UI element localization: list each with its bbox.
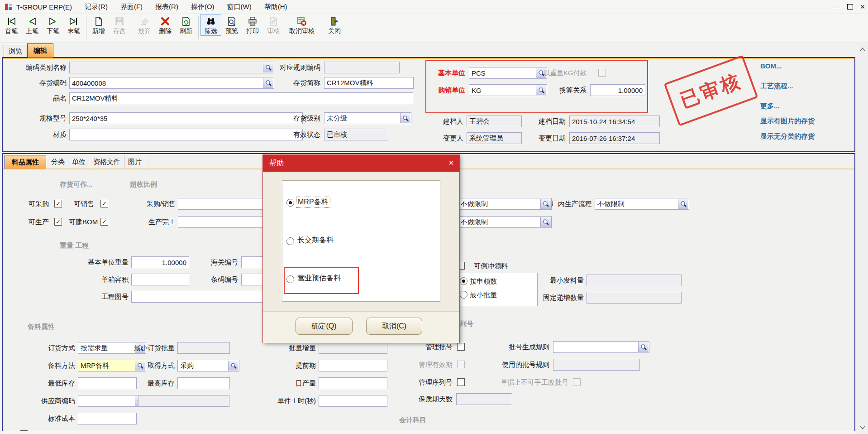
link-more[interactable]: 更多... xyxy=(760,102,780,111)
used-lot-rule-label: 使用的批号规则 xyxy=(493,359,549,371)
vertical-scrollbar[interactable] xyxy=(857,43,868,434)
preview-button[interactable]: 预览 xyxy=(221,14,242,36)
lead-time-field[interactable] xyxy=(319,360,387,371)
lookup-icon[interactable] xyxy=(638,342,649,352)
scroll-up-icon[interactable] xyxy=(858,45,867,54)
tab-material-props[interactable]: 料品属性 xyxy=(5,155,46,169)
factory-flow-combo[interactable]: 不做限制 xyxy=(595,198,689,210)
prev-record-button[interactable]: 上笔 xyxy=(22,14,43,36)
pay-by-kg-checkbox xyxy=(598,69,606,77)
dialog-title-bar[interactable]: 帮助 xyxy=(263,155,459,172)
can-purchase-checkbox[interactable]: ✓ xyxy=(54,200,62,207)
scroll-down-icon[interactable] xyxy=(858,423,867,432)
ok-button[interactable]: 确定(Q) xyxy=(296,318,353,335)
conversion-field[interactable]: 1.00000 xyxy=(590,84,645,96)
supplier-name-field xyxy=(138,395,229,407)
min-issue-field xyxy=(587,275,682,286)
horizontal-scrollbar[interactable] xyxy=(2,431,855,434)
can-bom-label: 可建BOM xyxy=(69,216,98,228)
rule-code-field xyxy=(324,62,400,73)
no-manual-lot-label: 单据上不可手工改批号 xyxy=(493,376,568,388)
tab-qualification[interactable]: 资格文件 xyxy=(90,155,124,169)
dialog-close-icon[interactable]: × xyxy=(448,158,454,168)
purchase-unit-combo[interactable]: KG xyxy=(469,84,547,96)
can-produce-checkbox[interactable]: ✓ xyxy=(54,218,62,226)
can-sell-checkbox[interactable]: ✓ xyxy=(100,200,108,207)
inv-short-label: 存货简称 xyxy=(253,77,320,89)
tab-edit[interactable]: 编辑 xyxy=(27,43,53,58)
menu-record[interactable]: 记录(R) xyxy=(85,3,108,11)
lookup-icon[interactable] xyxy=(540,217,551,227)
min-batch-radio[interactable] xyxy=(460,291,467,299)
supplier-code-label: 供应商编码 xyxy=(27,395,75,407)
menu-report[interactable]: 报表(R) xyxy=(155,3,178,11)
menu-window[interactable]: 窗口(W) xyxy=(227,3,252,11)
inv-code-combo[interactable]: 400400008 xyxy=(69,77,274,89)
tab-classification[interactable]: 分类 xyxy=(48,155,68,169)
menu-app[interactable]: T-GROUP ERP(E) xyxy=(16,3,72,11)
last-record-button[interactable]: 末笔 xyxy=(63,14,84,36)
max-stock-field[interactable] xyxy=(177,377,230,389)
menu-interface[interactable]: 界面(F) xyxy=(120,3,143,11)
restriction-combo-2[interactable]: 不做限制 xyxy=(458,216,552,228)
box-volume-field[interactable] xyxy=(131,274,189,285)
modifier-label: 变更人 xyxy=(425,132,463,144)
min-batch-label: 最小批量 xyxy=(470,289,497,301)
lookup-icon[interactable] xyxy=(678,199,688,209)
code-category-combo[interactable] xyxy=(69,62,274,73)
manage-serial-checkbox[interactable] xyxy=(457,378,465,386)
product-name-field[interactable]: CR12MOV精料 xyxy=(69,92,413,104)
filter-button[interactable]: 筛选 xyxy=(200,14,221,36)
next-record-button[interactable]: 下笔 xyxy=(43,14,63,36)
lot-rule-combo[interactable] xyxy=(553,341,649,353)
minimize-button[interactable]: – xyxy=(832,2,843,12)
close-window-button[interactable]: × xyxy=(857,2,868,12)
lookup-icon[interactable] xyxy=(228,361,238,371)
new-button[interactable]: 新增 xyxy=(88,14,109,36)
manage-lot-checkbox[interactable] xyxy=(457,343,465,351)
option-long-lead-radio[interactable] xyxy=(286,237,294,245)
supplier-code-combo[interactable] xyxy=(78,395,146,407)
cancel-audit-button[interactable]: 取消审核 xyxy=(284,14,320,36)
tab-browse[interactable]: 浏览 xyxy=(4,45,27,58)
link-show-with-images[interactable]: 显示有图片的存货 xyxy=(760,117,815,125)
product-name-label: 品名 xyxy=(6,92,67,104)
menu-operation[interactable]: 操作(O) xyxy=(191,3,215,11)
maximize-button[interactable] xyxy=(844,2,855,12)
inv-level-combo[interactable]: 未分级 xyxy=(324,112,411,124)
modifier-field: 系统管理员 xyxy=(467,132,522,144)
code-category-label: 编码类别名称 xyxy=(6,62,67,73)
menu-help[interactable]: 帮助(H) xyxy=(264,3,287,11)
base-unit-combo[interactable]: PCS xyxy=(469,67,547,79)
link-bom[interactable]: BOM... xyxy=(760,62,782,70)
delete-button[interactable]: 删除 xyxy=(155,14,176,36)
option-long-lead-label[interactable]: 长交期备料 xyxy=(297,236,334,245)
base-unit-weight-field[interactable]: 1.00000 xyxy=(131,256,189,268)
print-button[interactable]: 打印 xyxy=(242,14,263,36)
refresh-button[interactable]: 刷新 xyxy=(176,14,196,36)
exit-door-icon xyxy=(329,15,340,27)
std-cost-field[interactable] xyxy=(78,413,137,424)
obtain-mode-combo[interactable]: 采购 xyxy=(177,360,239,371)
tab-image[interactable]: 图片 xyxy=(125,155,145,169)
help-dialog: 帮助 × MRP备料 长交期备料 营业预估备料 确定(Q) 取消(C) xyxy=(262,154,460,343)
restriction-combo-1[interactable]: 不做限制 xyxy=(458,198,552,210)
option-mrp-radio[interactable] xyxy=(286,199,294,207)
option-mrp-label[interactable]: MRP备料 xyxy=(296,197,330,207)
fixed-increment-label: 固定递增数量 xyxy=(537,292,584,304)
inv-short-field[interactable]: CR12MOV精料 xyxy=(324,77,414,89)
cancel-button[interactable]: 取消(C) xyxy=(366,318,422,335)
close-form-button[interactable]: 关闭 xyxy=(324,14,345,36)
inv-level-label: 存货级别 xyxy=(253,112,320,124)
by-requested-radio[interactable] xyxy=(460,277,467,285)
link-process-flow[interactable]: 工艺流程... xyxy=(760,82,793,91)
tab-unit[interactable]: 单位 xyxy=(69,155,89,169)
manage-serial-label: 管理序列号 xyxy=(415,376,453,388)
daily-output-field[interactable] xyxy=(319,377,387,389)
lookup-icon[interactable] xyxy=(400,113,410,123)
drawing-no-label: 工程图号 xyxy=(68,291,129,303)
first-record-button[interactable]: 首笔 xyxy=(1,14,22,36)
link-show-unclassified[interactable]: 显示无分类的存货 xyxy=(760,132,815,141)
unit-hours-field[interactable] xyxy=(319,395,387,407)
can-bom-checkbox[interactable]: ✓ xyxy=(100,218,108,226)
